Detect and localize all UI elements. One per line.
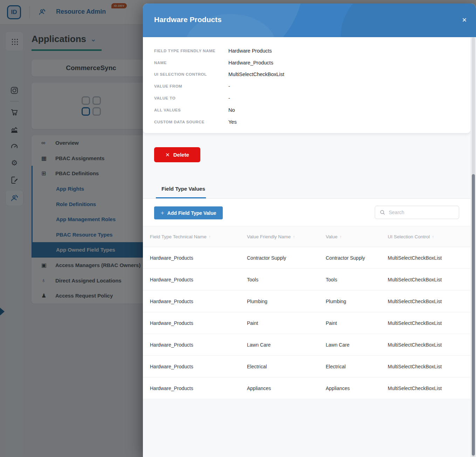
cell-value: Contractor Supply: [326, 255, 388, 261]
detail-row: UI SELECTION CONTROL MultiSelectCheckBox…: [154, 69, 470, 81]
cell-ui-selection-control: MultiSelectCheckBoxList: [388, 255, 470, 261]
field-type-detail-modal: Hardware Products ✕ FIELD TYPE FRIENDLY …: [143, 4, 476, 457]
plus-icon: +: [161, 210, 164, 217]
cell-value: Appliances: [326, 386, 388, 391]
scrollbar-thumb[interactable]: [472, 174, 475, 456]
detail-row: VALUE FROM -: [154, 80, 470, 92]
cell-technical-name: Hardware_Products: [150, 255, 247, 261]
search-input[interactable]: [389, 210, 448, 215]
search-field[interactable]: [375, 206, 459, 219]
cell-value-friendly-name: Plumbing: [247, 299, 326, 304]
detail-row: VALUE TO -: [154, 92, 470, 104]
cell-ui-selection-control: MultiSelectCheckBoxList: [388, 277, 470, 282]
close-icon[interactable]: ✕: [462, 16, 467, 24]
detail-value: Hardware_Products: [228, 60, 273, 66]
detail-label: VALUE TO: [154, 96, 228, 100]
detail-row: CUSTOM DATA SOURCE Yes: [154, 116, 470, 128]
cell-value-friendly-name: Paint: [247, 320, 326, 326]
tab-field-type-values[interactable]: Field Type Values: [161, 186, 205, 192]
cell-value-friendly-name: Contractor Supply: [247, 255, 326, 261]
table-row[interactable]: Hardware_Products Tools Tools MultiSelec…: [143, 269, 470, 291]
modal-title: Hardware Products: [154, 15, 222, 24]
detail-label: CUSTOM DATA SOURCE: [154, 120, 228, 124]
sort-ascending-icon[interactable]: ↑: [340, 234, 342, 239]
detail-label: UI SELECTION CONTROL: [154, 72, 228, 76]
sort-ascending-icon[interactable]: ↑: [293, 234, 295, 239]
column-header-value-friendly-name[interactable]: Value Friendly Name↑: [247, 234, 326, 239]
cell-value: Lawn Care: [326, 342, 388, 348]
cell-value: Electrical: [326, 364, 388, 369]
detail-value: MultiSelectCheckBoxList: [228, 71, 284, 77]
table-row[interactable]: Hardware_Products Appliances Appliances …: [143, 377, 470, 399]
cell-technical-name: Hardware_Products: [150, 320, 247, 326]
cell-value-friendly-name: Tools: [247, 277, 326, 282]
table-row[interactable]: Hardware_Products Paint Paint MultiSelec…: [143, 312, 470, 334]
cell-ui-selection-control: MultiSelectCheckBoxList: [388, 299, 470, 304]
cell-technical-name: Hardware_Products: [150, 386, 247, 391]
detail-value: -: [228, 95, 230, 101]
column-header-label: Value Friendly Name: [247, 234, 291, 239]
detail-row: FIELD TYPE FRIENDLY NAME Hardware Produc…: [154, 45, 470, 57]
detail-value: No: [228, 107, 235, 113]
header-decoration: [326, 4, 476, 37]
field-type-values-table: Field Type Technical Name↑ Value Friendl…: [143, 226, 470, 399]
field-type-details-card: FIELD TYPE FRIENDLY NAME Hardware Produc…: [143, 37, 470, 133]
sort-ascending-icon[interactable]: ↑: [432, 234, 434, 239]
cell-technical-name: Hardware_Products: [150, 277, 247, 282]
cell-ui-selection-control: MultiSelectCheckBoxList: [388, 342, 470, 348]
column-header-value[interactable]: Value↑: [326, 234, 388, 239]
table-row[interactable]: Hardware_Products Electrical Electrical …: [143, 356, 470, 377]
cell-value: Paint: [326, 320, 388, 326]
search-icon: [380, 210, 385, 215]
table-row[interactable]: Hardware_Products Plumbing Plumbing Mult…: [143, 291, 470, 312]
cell-ui-selection-control: MultiSelectCheckBoxList: [388, 320, 470, 326]
cell-technical-name: Hardware_Products: [150, 299, 247, 304]
modal-header: Hardware Products ✕: [143, 4, 476, 37]
detail-value: -: [228, 83, 230, 89]
add-button-label: Add Field Type Value: [167, 210, 216, 216]
sort-ascending-icon[interactable]: ↑: [209, 234, 211, 239]
cell-ui-selection-control: MultiSelectCheckBoxList: [388, 364, 470, 369]
detail-label: NAME: [154, 61, 228, 65]
table-header-row: Field Type Technical Name↑ Value Friendl…: [143, 226, 470, 247]
table-row[interactable]: Hardware_Products Lawn Care Lawn Care Mu…: [143, 334, 470, 356]
cell-technical-name: Hardware_Products: [150, 364, 247, 369]
column-header-label: Field Type Technical Name: [150, 234, 207, 239]
cell-value: Tools: [326, 277, 388, 282]
detail-label: VALUE FROM: [154, 84, 228, 88]
cell-technical-name: Hardware_Products: [150, 342, 247, 348]
column-header-label: UI Selection Control: [388, 234, 430, 239]
add-field-type-value-button[interactable]: + Add Field Type Value: [154, 206, 223, 219]
detail-value: Hardware Products: [228, 48, 272, 54]
table-row[interactable]: Hardware_Products Contractor Supply Cont…: [143, 247, 470, 269]
detail-value: Yes: [228, 119, 237, 125]
delete-button-label: Delete: [173, 152, 189, 158]
cell-value: Plumbing: [326, 299, 388, 304]
cell-value-friendly-name: Lawn Care: [247, 342, 326, 348]
detail-label: FIELD TYPE FRIENDLY NAME: [154, 49, 228, 53]
cell-value-friendly-name: Electrical: [247, 364, 326, 369]
column-header-label: Value: [326, 234, 338, 239]
detail-label: ALL VALUES: [154, 108, 228, 112]
delete-button[interactable]: ✕ Delete: [154, 147, 200, 162]
detail-row: NAME Hardware_Products: [154, 57, 470, 69]
cell-value-friendly-name: Appliances: [247, 386, 326, 391]
column-header-ui-selection-control[interactable]: UI Selection Control↑: [388, 234, 470, 239]
cell-ui-selection-control: MultiSelectCheckBoxList: [388, 386, 470, 391]
x-icon: ✕: [165, 152, 170, 158]
column-header-field-type-technical-name[interactable]: Field Type Technical Name↑: [150, 234, 247, 239]
detail-row: ALL VALUES No: [154, 104, 470, 116]
